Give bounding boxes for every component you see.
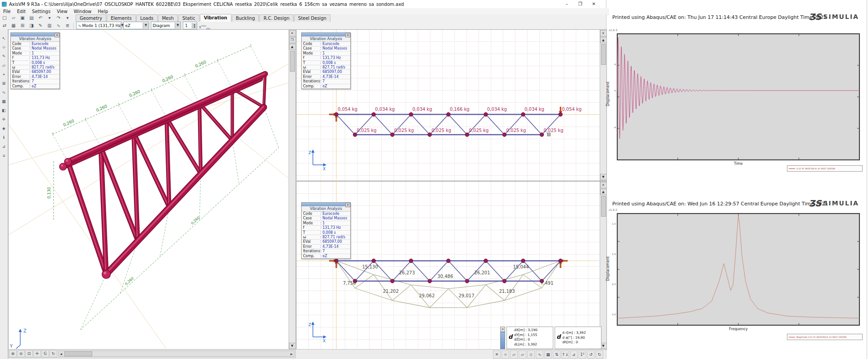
scroll-right-icon[interactable]: ▶ — [289, 352, 294, 355]
close-icon[interactable]: ✕ — [54, 33, 59, 37]
close-icon[interactable]: ✕ — [345, 203, 350, 207]
redo-icon[interactable]: ↷ — [54, 14, 63, 22]
vibbox-titlebar[interactable]: ✕ — [11, 33, 59, 36]
view3d-scrollbar[interactable]: ✕ ❒ ▲ ▼ — [289, 30, 295, 350]
display-mode-select[interactable]: Diagram ▼ — [151, 22, 181, 29]
snap-icon[interactable]: ⊹ — [502, 350, 509, 359]
paste-drawing-icon[interactable]: ▱ — [519, 350, 526, 359]
zoom-in-icon[interactable]: ⊕ — [9, 350, 17, 357]
component-select[interactable]: eZ ▼ — [123, 22, 149, 29]
tab-geometry[interactable]: Geometry — [76, 14, 106, 22]
wave-icon[interactable]: ∿ — [1, 90, 7, 95]
table-icon[interactable]: ▦ — [1, 99, 7, 105]
menu-window[interactable]: Window — [74, 9, 91, 14]
updown-icon[interactable]: ↑↓ — [561, 350, 569, 359]
vibration-analysis-box[interactable]: ✕Vibration AnalysisCode: EurocodeCase: N… — [301, 202, 351, 259]
horizontal-scrollbar[interactable]: ◀ ▶ — [58, 350, 294, 357]
scroll-left-icon[interactable]: ◀ — [59, 352, 63, 355]
scroll-down-icon[interactable]: ▼ — [600, 174, 607, 180]
diamond-icon[interactable]: ◈ — [1, 126, 7, 132]
menu-settings[interactable]: Settings — [32, 9, 50, 14]
scroll-thumb[interactable] — [601, 196, 606, 217]
layers-icon[interactable]: ▦ — [9, 22, 18, 29]
crosshair-icon[interactable]: ⊹ — [1, 45, 7, 50]
blue-handle[interactable] — [500, 332, 505, 349]
view-masses-panel[interactable]: 0,054 kg0,034 kg0,034 kg0,166 kg0,034 kg… — [296, 29, 607, 181]
view-modeshape-panel[interactable]: 15,13026,27330,48626,20115,0447,75621,20… — [296, 181, 607, 350]
minimize-button[interactable]: – — [560, 0, 574, 8]
scroll-down-icon[interactable]: ▼ — [289, 343, 296, 349]
loop-ccw-icon[interactable]: ↺ — [587, 350, 595, 359]
menu-edit[interactable]: Edit — [17, 9, 26, 14]
rotate-icon[interactable]: ↻ — [50, 350, 57, 357]
tab-static[interactable]: Static — [178, 14, 199, 22]
vibbox-titlebar[interactable]: ✕ — [302, 203, 350, 206]
angle-icon[interactable]: ⊿ — [570, 350, 578, 359]
close-icon[interactable]: ✕ — [600, 182, 607, 188]
tab-loads[interactable]: Loads — [136, 14, 158, 22]
vibration-analysis-box[interactable]: ✕Vibration AnalysisCode: EurocodeCase: N… — [10, 32, 60, 89]
view-3d-panel[interactable]: 0,2600,2600,2600,2600,2600,1300,2600,260… — [8, 29, 296, 350]
table-browser-icon[interactable]: ⊞ — [18, 22, 27, 29]
loop-cw-icon[interactable]: ↻ — [596, 350, 603, 359]
pan-icon[interactable]: ✛ — [33, 350, 41, 357]
tab-elements[interactable]: Elements — [107, 14, 136, 22]
vibration-analysis-box[interactable]: ✕Vibration AnalysisCode: EurocodeCase: N… — [301, 32, 351, 89]
scroll-up-icon[interactable]: ▲ — [600, 189, 607, 195]
close-icon[interactable]: ✕ — [289, 30, 296, 36]
pan-icon[interactable]: ⇄ — [0, 22, 9, 29]
tab-buckling[interactable]: Buckling — [232, 14, 259, 22]
polygon-icon[interactable]: ▱ — [1, 63, 7, 68]
scale-spinner[interactable]: 1 ▲▼ — [183, 22, 197, 29]
report-maker-icon[interactable]: ◨ — [27, 22, 36, 29]
select-arrow-icon[interactable]: ↖ — [1, 36, 7, 41]
open-file-icon[interactable]: ▱ — [9, 14, 18, 22]
close-icon[interactable]: ✕ — [500, 327, 505, 332]
table-icon[interactable]: ▦ — [544, 350, 552, 359]
close-icon[interactable]: ✕ — [345, 33, 350, 37]
scroll-thumb[interactable] — [64, 351, 92, 356]
vibbox-titlebar[interactable]: ✕ — [302, 33, 350, 36]
zoom-out-icon[interactable]: ⊖ — [17, 350, 25, 357]
animation-icon[interactable]: ≣ — [63, 22, 72, 29]
copy-drawing-icon[interactable]: ▱ — [510, 350, 518, 359]
half-square-icon[interactable]: ◧ — [1, 108, 7, 114]
target-icon[interactable]: ⌖ — [1, 72, 7, 77]
triangle-icon[interactable]: ⊿ — [1, 144, 7, 150]
mode-select[interactable]: ∿ Mode 1 (131,73 Hz ▼ — [76, 22, 122, 29]
undo-dropdown-icon[interactable]: ▾ — [45, 14, 54, 22]
menu-help[interactable]: Help — [98, 9, 108, 14]
new-file-icon[interactable]: □ — [0, 14, 9, 22]
redo-dropdown-icon[interactable]: ▾ — [63, 14, 72, 22]
tab-steel-design[interactable]: Steel Design — [294, 14, 330, 22]
grid-toggle-icon[interactable]: G — [41, 350, 49, 357]
close-button[interactable]: ✕ — [587, 0, 601, 8]
menu-file[interactable]: File — [3, 9, 11, 14]
power-icon[interactable]: 1² — [579, 350, 586, 359]
move-icon[interactable]: ✛ — [1, 117, 7, 123]
undo-icon[interactable]: ↶ — [36, 14, 45, 22]
scroll-up-icon[interactable]: ▲ — [600, 37, 607, 43]
scroll-up-icon[interactable]: ▲ — [289, 44, 296, 50]
save-icon[interactable]: ▣ — [18, 14, 27, 22]
minmax-toggle[interactable]: xmaxmin — [199, 22, 208, 29]
sort-icon[interactable]: ⇅ — [553, 350, 561, 359]
node-icon[interactable]: ◇ — [527, 350, 535, 359]
tab-vibration[interactable]: Vibration — [200, 14, 231, 22]
tab-r-c-design[interactable]: R.C. Design — [259, 14, 294, 22]
spinner-arrows-icon[interactable]: ▲▼ — [192, 23, 197, 28]
close-icon[interactable]: ✕ — [600, 30, 607, 36]
title-bar[interactable]: AxisVM 9 R3a - C:\Users\ilija\OneDrive\0… — [0, 0, 606, 9]
line-icon[interactable]: ∿ — [536, 350, 543, 359]
tab-mesh[interactable]: Mesh — [158, 14, 178, 22]
scroll-thumb[interactable] — [601, 44, 606, 65]
menu-view[interactable]: View — [57, 9, 68, 14]
maximize-icon[interactable]: ❒ — [289, 37, 296, 43]
home-icon[interactable]: ⌂ — [1, 153, 7, 159]
info-icon[interactable]: ℹ — [1, 135, 7, 141]
print-icon[interactable]: ▤ — [27, 14, 36, 22]
deselect-icon[interactable]: ✕ — [493, 350, 501, 359]
vibration-shape-icon[interactable]: ∿ — [54, 22, 63, 29]
pencil-icon[interactable]: ✎ — [1, 54, 7, 59]
scroll-thumb[interactable] — [290, 51, 295, 72]
